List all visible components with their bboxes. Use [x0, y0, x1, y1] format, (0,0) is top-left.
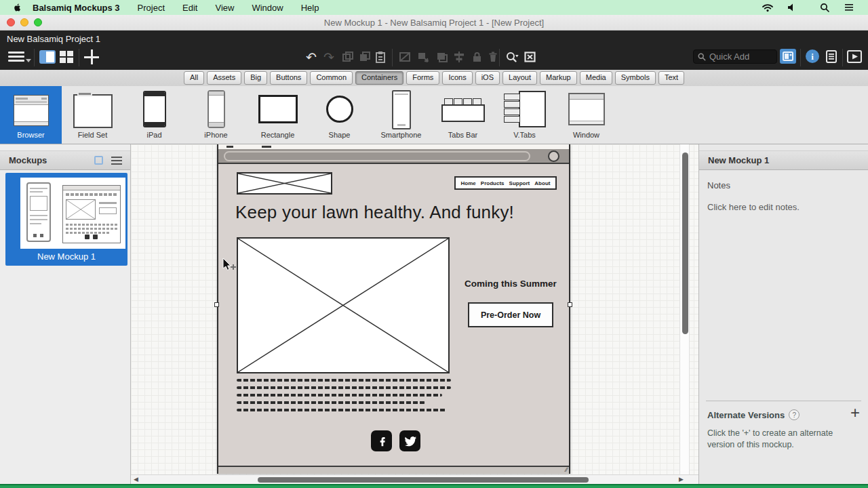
inspector-panel: New Mockup 1 Notes Click here to edit no… [698, 144, 868, 484]
mockup-canvas[interactable]: Home Products Support About Keep your la… [131, 144, 698, 484]
tab-layout[interactable]: Layout [502, 71, 537, 85]
nav-products[interactable]: Products [481, 180, 505, 186]
add-alternate-version-button[interactable]: + [850, 405, 860, 421]
library-item-vtabs[interactable]: V.Tabs [494, 86, 555, 144]
menu-edit[interactable]: Edit [182, 3, 197, 13]
nav-home[interactable]: Home [461, 180, 476, 186]
wireframe-headline[interactable]: Keep your lawn healthy. And funky! [235, 202, 574, 223]
horizontal-scroll-thumb[interactable] [258, 477, 589, 483]
toggle-sidebar-view-button[interactable] [39, 50, 56, 64]
library-item-browser[interactable]: Browser [0, 86, 62, 144]
menu-window[interactable]: Window [252, 3, 283, 13]
tab-text[interactable]: Text [658, 71, 684, 85]
menu-view[interactable]: View [215, 3, 234, 13]
undo-icon[interactable]: ↶ [304, 50, 319, 64]
transform-icon[interactable] [397, 50, 412, 64]
spotlight-search-icon[interactable] [820, 3, 830, 13]
tab-big[interactable]: Big [244, 71, 267, 85]
resize-handle-icon[interactable]: ∕∕ [566, 466, 568, 473]
window-glyph-icon [568, 93, 605, 125]
field-set-glyph-icon [73, 94, 113, 128]
notification-center-icon[interactable] [844, 3, 854, 12]
tab-buttons[interactable]: Buttons [270, 71, 307, 85]
twitter-icon[interactable] [399, 430, 420, 451]
tab-all[interactable]: All [184, 71, 204, 85]
library-item-rectangle[interactable]: Rectangle [247, 86, 309, 144]
library-item-shape[interactable]: Shape [309, 86, 370, 144]
library-item-window[interactable]: Window [555, 86, 617, 144]
shape-glyph-icon [326, 96, 353, 123]
notes-label: Notes [707, 180, 730, 190]
lock-icon[interactable] [469, 50, 484, 64]
selection-handle-right[interactable] [568, 302, 572, 307]
ui-library-toggle-icon[interactable] [780, 49, 796, 64]
wireframe-tagline[interactable]: Coming this Summer [454, 279, 567, 289]
quick-add-input[interactable]: Quick Add [693, 49, 777, 64]
thumbnail-size-icon[interactable] [94, 156, 103, 165]
mockups-panel-header: Mockups [0, 150, 130, 170]
paste-clipboard-icon[interactable] [373, 50, 388, 64]
library-item-ipad[interactable]: iPad [123, 86, 185, 144]
grid-view-button[interactable] [60, 50, 76, 64]
chevron-down-icon [26, 59, 31, 62]
list-view-icon[interactable] [111, 157, 122, 165]
actual-size-icon[interactable] [522, 50, 537, 64]
scroll-right-arrow-icon[interactable]: ▶ [679, 476, 684, 483]
tab-assets[interactable]: Assets [207, 71, 241, 85]
search-icon [698, 53, 706, 61]
wireframe-browser-window[interactable]: Home Products Support About Keep your la… [217, 144, 570, 474]
align-icon[interactable] [452, 50, 467, 64]
facebook-icon[interactable] [371, 430, 392, 451]
zoom-tool-icon[interactable] [505, 50, 519, 64]
menu-help[interactable]: Help [301, 3, 319, 13]
tab-forms[interactable]: Forms [406, 71, 439, 85]
wifi-icon[interactable] [762, 3, 774, 12]
send-to-back-icon[interactable] [416, 50, 431, 64]
library-item-smartphone[interactable]: Smartphone [370, 86, 432, 144]
tab-media[interactable]: Media [580, 71, 612, 85]
copy-icon[interactable] [357, 50, 372, 64]
hero-image-placeholder[interactable] [237, 237, 450, 373]
tab-markup[interactable]: Markup [540, 71, 577, 85]
pre-order-button[interactable]: Pre-Order Now [468, 302, 553, 327]
nav-about[interactable]: About [534, 180, 550, 186]
nav-support[interactable]: Support [509, 180, 530, 186]
tab-symbols[interactable]: Symbols [615, 71, 656, 85]
notes-placeholder[interactable]: Click here to edit notes. [707, 202, 800, 212]
notes-panel-icon[interactable] [823, 49, 840, 64]
redo-icon[interactable]: ↷ [321, 50, 336, 64]
wireframe-body-text[interactable] [237, 379, 451, 416]
duplicate-icon[interactable] [340, 50, 355, 64]
inspector-info-icon[interactable]: i [804, 49, 821, 64]
library-item-tabs-bar[interactable]: Tabs Bar [432, 86, 494, 144]
footer-strip [0, 484, 868, 488]
tab-ios[interactable]: iOS [475, 71, 500, 85]
help-icon[interactable]: ? [789, 409, 800, 420]
library-item-field-set[interactable]: Field Set [62, 86, 123, 144]
presentation-mode-icon[interactable] [846, 49, 863, 64]
project-menu-icon[interactable] [8, 52, 24, 64]
vtabs-glyph-icon [504, 91, 546, 127]
canvas-vertical-scrollbar[interactable] [679, 144, 690, 474]
volume-icon[interactable] [787, 3, 797, 12]
add-mockup-button[interactable] [84, 49, 99, 64]
menu-app-name[interactable]: Balsamiq Mockups 3 [33, 3, 120, 13]
scroll-left-arrow-icon[interactable]: ◀ [134, 476, 138, 483]
menu-project[interactable]: Project [138, 3, 165, 13]
layers-icon[interactable] [434, 50, 449, 64]
wireframe-nav-bar[interactable]: Home Products Support About [454, 176, 557, 190]
tab-containers[interactable]: Containers [355, 71, 403, 85]
selection-handle-left[interactable] [214, 302, 219, 307]
vertical-scroll-thumb[interactable] [682, 152, 688, 334]
canvas-horizontal-scrollbar[interactable]: ◀ ▶ [131, 474, 698, 484]
wireframe-window-footer: ∕∕ [218, 466, 569, 474]
tab-common[interactable]: Common [310, 71, 353, 85]
library-item-iphone[interactable]: iPhone [185, 86, 247, 144]
mockup-thumbnail-selected[interactable]: New Mockup 1 [5, 173, 127, 266]
trash-icon[interactable] [486, 50, 500, 64]
project-name-label: New Balsamiq Project 1 [7, 34, 100, 44]
tab-icons[interactable]: Icons [442, 71, 472, 85]
apple-menu-icon[interactable] [12, 2, 23, 13]
logo-image-placeholder[interactable] [237, 172, 332, 195]
rectangle-glyph-icon [258, 95, 298, 123]
